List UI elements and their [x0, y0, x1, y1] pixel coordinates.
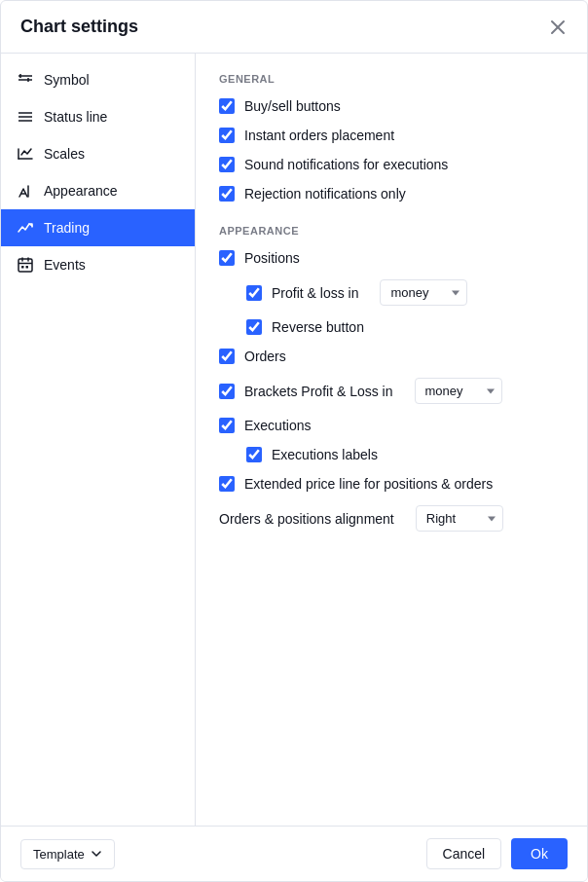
profit-loss-text: Profit & loss in — [272, 285, 358, 301]
profit-loss-select[interactable]: money % — [380, 279, 467, 306]
sidebar-item-scales[interactable]: Scales — [1, 135, 195, 172]
svg-rect-15 — [21, 266, 24, 269]
orders-text: Orders — [244, 349, 564, 364]
close-button[interactable] — [548, 18, 568, 37]
alignment-row: Orders & positions alignment Right Left — [219, 505, 564, 532]
sidebar: Symbol Status line — [1, 54, 196, 826]
template-label: Template — [33, 847, 85, 862]
brackets-checkbox[interactable] — [219, 384, 235, 399]
footer-actions: Cancel Ok — [426, 838, 568, 869]
template-button[interactable]: Template — [20, 839, 115, 869]
sidebar-item-appearance-label: Appearance — [44, 183, 118, 199]
rejection-notifications-checkbox[interactable] — [219, 186, 235, 202]
executions-checkbox[interactable] — [219, 418, 235, 433]
events-icon — [17, 256, 34, 274]
profit-loss-label[interactable]: Profit & loss in — [246, 285, 358, 301]
executions-labels-text: Executions labels — [272, 447, 564, 462]
trading-icon — [17, 219, 34, 237]
reverse-button-row: Reverse button — [219, 319, 564, 335]
executions-labels-checkbox[interactable] — [246, 447, 262, 462]
svg-rect-11 — [18, 259, 32, 272]
executions-labels-row: Executions labels — [219, 447, 564, 462]
executions-label[interactable]: Executions — [219, 418, 564, 433]
extended-price-label[interactable]: Extended price line for positions & orde… — [219, 476, 564, 492]
reverse-button-checkbox[interactable] — [246, 319, 262, 335]
sidebar-item-appearance[interactable]: Appearance — [1, 172, 195, 209]
modal-body: Symbol Status line — [1, 54, 587, 826]
brackets-row: Brackets Profit & Loss in money % — [219, 378, 564, 404]
sidebar-item-status-line-label: Status line — [44, 109, 107, 125]
positions-text: Positions — [244, 250, 564, 266]
brackets-label[interactable]: Brackets Profit & Loss in — [219, 384, 393, 399]
sidebar-item-symbol[interactable]: Symbol — [1, 61, 195, 98]
rejection-notifications-label[interactable]: Rejection notifications only — [219, 186, 564, 202]
rejection-notifications-text: Rejection notifications only — [244, 186, 564, 202]
general-section-title: GENERAL — [219, 73, 564, 85]
buy-sell-text: Buy/sell buttons — [244, 98, 564, 114]
instant-orders-checkbox[interactable] — [219, 128, 235, 143]
svg-rect-16 — [26, 266, 29, 269]
sidebar-item-trading[interactable]: Trading — [1, 209, 195, 246]
buy-sell-label[interactable]: Buy/sell buttons — [219, 98, 564, 114]
symbol-icon — [17, 71, 34, 89]
sound-notifications-text: Sound notifications for executions — [244, 157, 564, 172]
sound-notifications-checkbox[interactable] — [219, 157, 235, 172]
general-section: GENERAL Buy/sell buttons Instant orders … — [219, 73, 564, 202]
orders-label[interactable]: Orders — [219, 349, 564, 364]
sidebar-item-status-line[interactable]: Status line — [1, 98, 195, 135]
brackets-select[interactable]: money % — [415, 378, 502, 404]
reverse-button-label[interactable]: Reverse button — [246, 319, 564, 335]
modal-header: Chart settings — [1, 1, 587, 54]
alignment-text: Orders & positions alignment — [219, 511, 394, 527]
ok-button[interactable]: Ok — [511, 838, 568, 869]
extended-price-row: Extended price line for positions & orde… — [219, 476, 564, 492]
sound-notifications-label[interactable]: Sound notifications for executions — [219, 157, 564, 172]
alignment-select-wrapper: Right Left — [416, 505, 503, 532]
scales-icon — [17, 145, 34, 163]
executions-labels-label[interactable]: Executions labels — [246, 447, 564, 462]
brackets-text: Brackets Profit & Loss in — [244, 384, 393, 399]
orders-row: Orders — [219, 349, 564, 364]
sidebar-item-symbol-label: Symbol — [44, 72, 90, 88]
sidebar-item-events-label: Events — [44, 257, 86, 273]
positions-label[interactable]: Positions — [219, 250, 564, 266]
brackets-select-wrapper: money % — [415, 378, 502, 404]
profit-loss-row: Profit & loss in money % — [219, 279, 564, 306]
positions-row: Positions — [219, 250, 564, 266]
extended-price-checkbox[interactable] — [219, 476, 235, 492]
reverse-button-text: Reverse button — [272, 319, 564, 335]
status-line-icon — [17, 108, 34, 126]
content-area: GENERAL Buy/sell buttons Instant orders … — [196, 54, 587, 826]
sidebar-item-trading-label: Trading — [44, 220, 90, 236]
sidebar-item-events[interactable]: Events — [1, 246, 195, 283]
instant-orders-row: Instant orders placement — [219, 128, 564, 143]
appearance-section: APPEARANCE Positions Profit & loss in — [219, 225, 564, 532]
profit-loss-select-wrapper: money % — [380, 279, 467, 306]
instant-orders-label[interactable]: Instant orders placement — [219, 128, 564, 143]
cancel-button[interactable]: Cancel — [426, 838, 502, 869]
instant-orders-text: Instant orders placement — [244, 128, 564, 143]
sound-notifications-row: Sound notifications for executions — [219, 157, 564, 172]
buy-sell-checkbox[interactable] — [219, 98, 235, 114]
buy-sell-row: Buy/sell buttons — [219, 98, 564, 114]
modal-title: Chart settings — [20, 17, 138, 37]
extended-price-text: Extended price line for positions & orde… — [244, 476, 564, 492]
appearance-section-title: APPEARANCE — [219, 225, 564, 237]
executions-row: Executions — [219, 418, 564, 433]
positions-checkbox[interactable] — [219, 250, 235, 266]
alignment-select[interactable]: Right Left — [416, 505, 503, 532]
profit-loss-checkbox[interactable] — [246, 285, 262, 301]
appearance-icon — [17, 182, 34, 200]
orders-checkbox[interactable] — [219, 349, 235, 364]
close-icon — [550, 19, 566, 35]
modal-footer: Template Cancel Ok — [1, 826, 587, 881]
sidebar-item-scales-label: Scales — [44, 146, 85, 162]
executions-text: Executions — [244, 418, 564, 433]
rejection-notifications-row: Rejection notifications only — [219, 186, 564, 202]
template-chevron-icon — [91, 848, 102, 860]
